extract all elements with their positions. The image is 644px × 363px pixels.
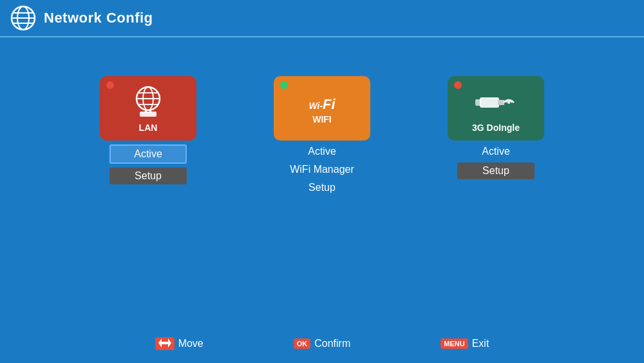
wifi-icon-box: Wi-Fi WIFI bbox=[274, 76, 370, 141]
dongle-label: 3G DoIngle bbox=[472, 123, 520, 133]
wifi-label: WIFI bbox=[312, 114, 332, 124]
dongle-column: 3G DoIngle Active Setup bbox=[448, 76, 544, 179]
dongle-status-dot bbox=[454, 81, 462, 89]
lan-column: LAN Active Setup bbox=[100, 76, 196, 184]
wifi-status-dot bbox=[280, 81, 288, 89]
exit-label: Exit bbox=[472, 338, 489, 349]
menu-badge: MENU bbox=[440, 338, 468, 349]
globe-icon bbox=[10, 5, 36, 31]
footer-ok[interactable]: OK Confirm bbox=[294, 338, 351, 349]
header: Network Config bbox=[0, 0, 644, 37]
svg-rect-10 bbox=[140, 112, 156, 117]
lan-status-dot bbox=[106, 81, 114, 89]
wifi-manager-button[interactable]: WiFi Manager bbox=[290, 162, 354, 177]
footer: Move OK Confirm MENU Exit bbox=[0, 337, 644, 350]
dongle-graphic-icon bbox=[470, 84, 522, 120]
move-label: Move bbox=[178, 338, 204, 349]
svg-rect-12 bbox=[149, 110, 151, 113]
ok-label: Confirm bbox=[314, 338, 350, 349]
wifi-graphic: Wi-Fi bbox=[308, 95, 335, 112]
svg-rect-15 bbox=[475, 99, 481, 106]
dongle-active-text[interactable]: Active bbox=[482, 144, 510, 159]
lan-label: LAN bbox=[139, 123, 158, 133]
dongle-setup-button[interactable]: Setup bbox=[457, 162, 535, 179]
page-title: Network Config bbox=[44, 10, 153, 26]
dongle-icon-box: 3G DoIngle bbox=[448, 76, 544, 141]
wifi-column: Wi-Fi WIFI Active WiFi Manager Setup bbox=[274, 76, 370, 195]
lan-active-button[interactable]: Active bbox=[109, 144, 187, 164]
svg-rect-11 bbox=[145, 110, 147, 113]
lan-graphic-icon bbox=[126, 84, 171, 120]
svg-rect-13 bbox=[480, 97, 499, 108]
lan-setup-button[interactable]: Setup bbox=[109, 168, 187, 184]
footer-menu[interactable]: MENU Exit bbox=[440, 338, 489, 349]
ok-badge: OK bbox=[294, 338, 311, 349]
lan-icon-box: LAN bbox=[100, 76, 196, 141]
move-badge bbox=[155, 337, 175, 350]
wifi-active-text[interactable]: Active bbox=[308, 144, 336, 159]
svg-point-16 bbox=[507, 101, 510, 104]
svg-marker-17 bbox=[158, 338, 171, 348]
main-content: LAN Active Setup Wi-Fi WIFI Active WiFi … bbox=[0, 37, 644, 195]
footer-move: Move bbox=[155, 337, 204, 350]
move-icon bbox=[158, 338, 171, 348]
wifi-setup-button[interactable]: Setup bbox=[308, 181, 336, 195]
svg-rect-14 bbox=[498, 100, 504, 105]
